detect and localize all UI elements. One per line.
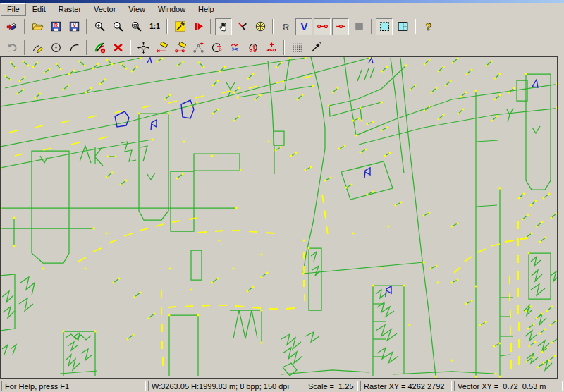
svg-text:R: R [54,23,58,27]
svg-text:e: e [102,49,104,53]
split-view-button[interactable] [394,18,411,35]
svg-text:R: R [282,22,288,32]
insert-vertex-icon [266,42,278,54]
erase-vertex-icon [156,42,168,54]
line-endpoints-icon [317,20,329,32]
save-floppy-icon: V [68,20,80,32]
menu-item-window[interactable]: Window [152,3,192,16]
marquee-icon [379,20,391,32]
zoom-out-button[interactable] [109,18,126,35]
pick-line-icon [236,20,248,32]
trace-fan-icon: e [94,42,106,54]
draw-arc-button[interactable] [66,39,82,56]
menu-item-help[interactable]: Help [192,3,221,16]
pan-button[interactable] [215,18,232,35]
fill-mode-button[interactable] [350,18,367,35]
undo-button[interactable] [4,39,20,56]
save-vector-button[interactable]: V [66,18,82,35]
raster-visibility-button[interactable]: R [277,18,294,35]
erase-segment-button[interactable] [171,39,188,56]
toolbar-separator [166,19,168,34]
status-raster-xy: Raster XY = 4262 2792 [360,381,452,391]
draw-polyline-button[interactable] [29,39,46,56]
cut-line-button[interactable]: ✂ [226,39,243,56]
raster-letter-icon: R [280,20,292,32]
add-vertex-button[interactable] [190,39,207,56]
svg-text:✂: ✂ [231,44,238,54]
insert-vertex-button[interactable] [263,39,280,56]
undo-icon [6,42,18,54]
toolbar-separator [24,40,25,55]
hammer-options-icon [174,20,186,32]
pick-direction-button[interactable] [233,18,250,35]
zoom-region-button[interactable] [128,18,145,35]
help-button[interactable]: ?? [419,18,436,35]
vector-map[interactable] [1,57,557,378]
toolbar-separator [283,40,285,55]
pencil-curve-icon [32,42,44,54]
vector-letter-icon: V [298,20,310,32]
marquee-button[interactable] [376,18,393,35]
picker-button[interactable] [307,39,324,56]
raster-import-icon [6,20,18,32]
zoom-in-icon [94,20,106,32]
zoom-actual-button[interactable]: 1:1 [146,18,163,35]
continue-line-button[interactable] [208,39,225,56]
gray-square-icon [353,20,365,32]
open-button[interactable] [29,18,46,35]
save-raster-button[interactable]: R [47,18,64,35]
status-help: For Help, press F1 [1,381,146,391]
delete-button[interactable] [109,39,126,56]
move-vertex-button[interactable] [135,39,152,56]
toolbar-separator [272,19,274,34]
trace-run-button[interactable] [190,18,207,35]
auto-trace-button[interactable]: e [91,39,108,56]
toolbar-separator [86,19,87,34]
wheel-button[interactable] [252,18,269,35]
zoom-in-button[interactable] [91,18,108,35]
menu-item-file[interactable]: File [1,3,26,16]
grid-button[interactable] [288,39,305,56]
erase-vertex-button[interactable] [153,39,170,56]
trace-options-button[interactable] [171,18,188,35]
draw-circle-button[interactable] [47,39,64,56]
continue-line-icon [211,42,223,54]
zoom-out-icon [112,20,124,32]
show-lines-button[interactable] [314,18,331,35]
red-x-icon [112,42,124,54]
wheel-icon [255,20,266,32]
map-canvas[interactable] [0,56,558,379]
menu-item-edit[interactable]: Edit [26,3,52,16]
arc-tool-icon [68,42,80,54]
run-trace-icon [192,20,204,32]
close-contour-button[interactable] [245,39,262,56]
status-scale: Scale = 1.25 [305,381,358,391]
split-window-icon [397,20,409,32]
status-bar: For Help, press F1 W:3263.05 H:1999.83 m… [0,379,564,392]
toolbar-separator [86,40,87,55]
svg-text:?: ? [425,21,431,32]
toolbar-separator [130,40,131,55]
svg-text:V: V [300,21,307,32]
toolbar-vector-edit: e✂ [0,37,564,58]
toolbar-separator [24,19,25,34]
menu-item-vector[interactable]: Vector [87,3,122,16]
vector-visibility-button[interactable]: V [295,18,312,35]
menu-item-raster[interactable]: Raster [52,3,87,16]
erase-segment-icon [174,42,186,54]
help-icon: ?? [422,20,434,32]
status-vector-xy: Vector XY = 0.72 0.53 m [454,381,563,391]
line-vertex-icon [335,20,347,32]
show-vertices-button[interactable] [332,18,349,35]
toolbar-separator [210,19,212,34]
dropper-icon [309,42,321,54]
add-vertex-icon [192,42,204,54]
toolbar-separator [415,19,416,34]
svg-text:1:1: 1:1 [149,23,160,30]
status-raster-info: W:3263.05 H:1999.83 m; 8 bpp; 150 dpi [148,381,302,391]
save-floppy-icon: R [50,20,62,32]
raster-import-button[interactable] [4,18,20,35]
close-contour-icon [247,42,259,54]
menu-item-view[interactable]: View [122,3,152,16]
zoom-region-icon [130,20,142,32]
